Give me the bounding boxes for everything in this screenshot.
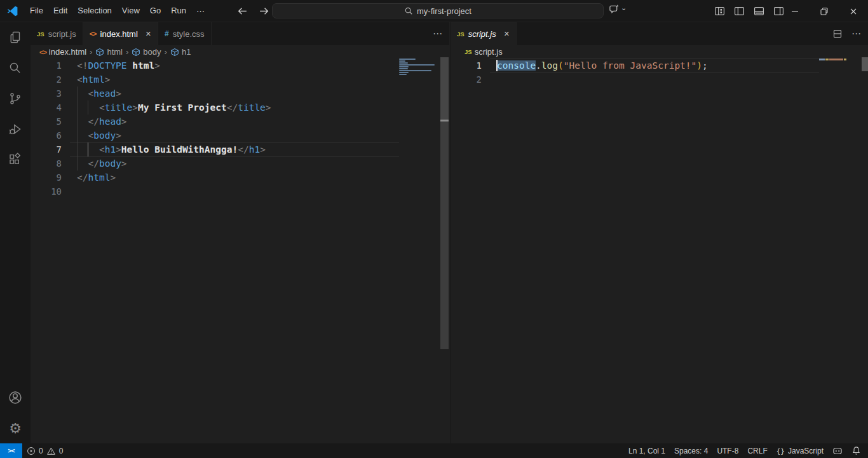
close-icon[interactable]: ✕ [504,30,510,38]
token: > [121,158,127,169]
text-cursor [496,60,498,71]
source-control-icon[interactable] [0,83,31,114]
remote-indicator[interactable]: >< [0,443,22,458]
chevron-right-icon: › [90,47,92,57]
token: head [93,88,116,99]
html-file-icon: <> [90,30,97,38]
tab-index-html[interactable]: <>index.html✕ [83,22,158,45]
code-line-3: 3 <head> [31,87,449,101]
html-file-icon: <> [39,48,46,56]
token: title [105,102,133,113]
status-notifications[interactable] [847,443,865,458]
token: < [99,102,105,113]
customize-layout-icon[interactable] [713,4,726,19]
minimize-icon[interactable] [780,0,810,22]
breadcrumb-file[interactable]: JSscript.js [465,47,503,57]
accounts-icon[interactable] [0,382,31,413]
token: </ [227,102,238,113]
tab-script-js[interactable]: JSscript.js✕ [451,22,517,45]
status-encoding[interactable]: UTF-8 [712,443,743,458]
error-icon [27,447,36,455]
close-icon[interactable]: ✕ [146,30,151,38]
tab-label: script.js [48,29,76,39]
menu-selection[interactable]: Selection [72,4,116,18]
code-text: </head> [77,114,127,128]
status-cursor-position[interactable]: Ln 1, Col 1 [624,443,670,458]
token: head [99,116,121,127]
token: body [93,130,116,141]
tab-script-js[interactable]: JSscript.js [31,22,83,45]
status-end-of-line[interactable]: CRLF [743,443,771,458]
menu-edit[interactable]: Edit [48,4,72,18]
breadcrumb-file-label: script.js [475,47,503,57]
tab-label: script.js [468,29,496,39]
menu-run[interactable]: Run [166,4,191,18]
bell-icon [851,446,861,455]
menu-overflow-icon[interactable]: ⋯ [191,6,210,16]
token: title [238,102,266,113]
code-line-9: 9</html> [31,170,449,184]
symbol-cube-icon [95,48,104,57]
line-number: 8 [31,156,62,170]
more-actions-icon[interactable]: ⋯ [851,28,862,39]
minimap-line [399,72,409,73]
minimap-token [844,59,846,60]
title-bar: FileEditSelectionViewGoRun ⋯ my-first-pr… [0,0,868,22]
breadcrumb: JSscript.js [451,45,868,59]
token: > [154,60,160,71]
command-center-search[interactable]: my-first-project [272,3,604,18]
activity-bar: ⚙ [0,22,31,443]
code-editor-html[interactable]: 1<!DOCTYPE html>2<html>3 <head>4 <title>… [31,59,449,443]
minimap[interactable] [399,59,440,76]
code-line-10: 10 [31,184,449,198]
breadcrumb-file[interactable]: <>index.html [39,47,86,57]
close-icon[interactable] [839,0,868,22]
menu-go[interactable]: Go [145,4,166,18]
layout-controls [713,0,785,22]
breadcrumb-symbol-h1[interactable]: h1 [170,47,191,57]
token: < [88,130,93,141]
run-and-debug-icon[interactable] [0,114,31,144]
breadcrumb-symbol-label: html [107,47,123,57]
status-language-mode[interactable]: {}JavaScript [772,443,828,458]
token [77,116,88,127]
warning-icon [46,447,56,455]
more-actions-icon[interactable]: ⋯ [433,28,443,39]
problems-indicator[interactable]: 0 0 [22,443,67,458]
token: h1 [249,144,260,155]
js-file-icon: JS [37,31,44,38]
token [77,144,99,155]
tab-style-css[interactable]: #style.css [158,22,212,45]
minimap[interactable] [819,59,860,70]
explorer-icon[interactable] [0,22,31,53]
copilot-status-icon [832,446,843,456]
copilot-menu-button[interactable]: ⌄ [609,4,627,15]
code-editor-js[interactable]: 1console.log("Hello from JavaScript!");2 [451,59,868,443]
nav-back-icon[interactable] [235,4,249,18]
token: <! [77,60,88,71]
split-editor-icon[interactable] [832,29,843,39]
settings-icon[interactable]: ⚙ [0,413,31,443]
symbol-cube-icon [170,48,179,57]
restore-icon[interactable] [810,0,839,22]
status-indentation[interactable]: Spaces: 4 [670,443,712,458]
menu-view[interactable]: View [117,4,145,18]
js-file-icon: JS [457,31,465,38]
breadcrumb-symbol-body[interactable]: body [132,47,161,57]
editor-group-right: JSscript.js✕ ⋯ JSscript.js 1console.log(… [450,22,868,443]
breadcrumb-file-label: index.html [49,47,86,57]
status-copilot[interactable] [828,443,847,458]
menu-bar: FileEditSelectionViewGoRun [25,4,191,18]
code-line-2: 2 [451,73,868,87]
search-icon[interactable] [0,53,31,83]
breadcrumb-symbol-html[interactable]: html [95,47,123,57]
token [127,60,133,71]
nav-forward-icon[interactable] [257,4,271,18]
editor-scrollbar[interactable] [862,57,868,71]
line-number: 2 [31,73,62,87]
toggle-panel-icon[interactable] [752,4,765,19]
extensions-icon[interactable] [0,144,31,175]
toggle-primary-sidebar-icon[interactable] [733,4,745,19]
menu-file[interactable]: File [25,4,48,18]
editor-scrollbar[interactable] [440,57,449,349]
